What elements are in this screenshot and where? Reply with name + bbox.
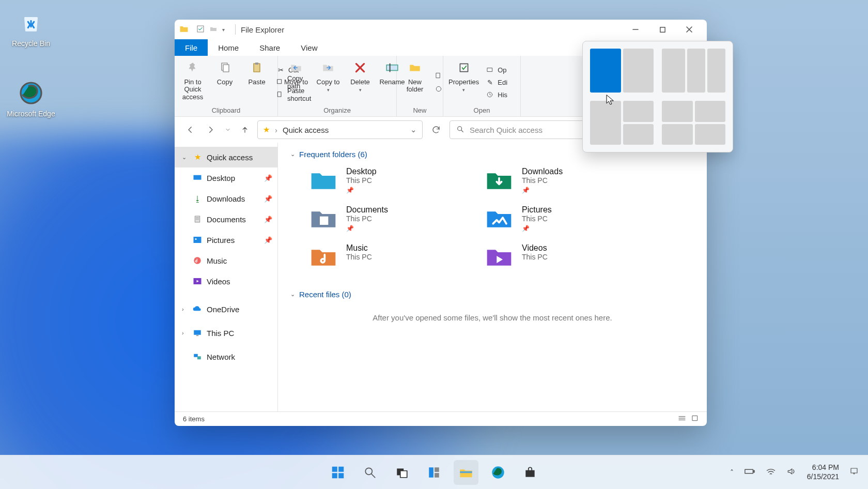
volume-icon[interactable] (786, 467, 797, 478)
close-button[interactable] (676, 20, 703, 39)
navpane-network[interactable]: Network (175, 346, 277, 367)
svg-rect-18 (460, 64, 468, 71)
folder-downloads[interactable]: DownloadsThis PC📌 (485, 167, 640, 196)
paste-icon (248, 59, 266, 77)
pin-icon: 📌 (264, 195, 272, 203)
qat-folder-icon[interactable] (209, 25, 218, 35)
search-icon (456, 125, 464, 135)
desktop-icon (192, 173, 203, 183)
move-to-button[interactable]: Move to▾ (283, 59, 309, 105)
new-folder-button[interactable]: New folder (402, 59, 428, 105)
svg-rect-40 (332, 466, 337, 471)
svg-rect-41 (338, 466, 344, 471)
start-button[interactable] (326, 460, 350, 485)
tab-file[interactable]: File (175, 39, 208, 56)
snap-layout-left-stack[interactable] (590, 101, 654, 145)
tab-home[interactable]: Home (208, 39, 249, 56)
svg-rect-48 (429, 467, 433, 478)
recent-empty-hint: After you've opened some files, we'll sh… (290, 313, 694, 322)
ribbon-group-clipboard: Clipboard (180, 105, 272, 115)
svg-point-29 (194, 257, 201, 264)
pin-icon: 📌 (346, 225, 388, 232)
section-recent[interactable]: ⌄Recent files (0) (290, 290, 694, 299)
navpane-music[interactable]: Music (175, 250, 277, 271)
tray-overflow-button[interactable]: ˄ (730, 468, 734, 477)
pin-to-quick-access-button[interactable]: Pin to Quick access (180, 59, 206, 105)
view-details-button[interactable] (678, 415, 686, 423)
history-button[interactable]: His (485, 89, 507, 100)
delete-button[interactable]: Delete▾ (347, 59, 373, 105)
maximize-button[interactable] (649, 20, 676, 39)
navpane-videos[interactable]: Videos (175, 271, 277, 292)
qat-checkbox-icon[interactable] (196, 25, 205, 35)
folder-documents[interactable]: DocumentsThis PC📌 (309, 205, 464, 234)
address-bar[interactable]: ★ › Quick access ⌄ (257, 120, 423, 139)
forward-button[interactable] (203, 121, 219, 138)
notifications-button[interactable] (849, 467, 859, 478)
view-large-icons-button[interactable] (691, 415, 699, 423)
desktop-icon-edge[interactable]: Microsoft Edge (6, 79, 56, 118)
videos-icon (192, 276, 203, 286)
snap-layout-50-50[interactable] (590, 49, 654, 93)
navpane-documents[interactable]: Documents📌 (175, 209, 277, 230)
folder-icon (309, 243, 338, 272)
navpane-onedrive[interactable]: ›OneDrive (175, 299, 277, 319)
back-button[interactable] (182, 121, 198, 138)
folder-videos[interactable]: VideosThis PC (485, 243, 640, 272)
open-button[interactable]: Op (485, 64, 507, 75)
folder-desktop[interactable]: DesktopThis PC📌 (309, 167, 464, 196)
svg-rect-31 (194, 330, 201, 335)
folder-icon (485, 167, 514, 196)
svg-rect-51 (460, 471, 472, 473)
clock-date[interactable]: 6:04 PM 6/15/2021 (807, 463, 839, 481)
battery-icon[interactable] (744, 468, 755, 477)
taskbar-edge[interactable] (486, 460, 510, 485)
tab-share[interactable]: Share (249, 39, 290, 56)
cloud-icon (192, 304, 203, 314)
folder-music[interactable]: MusicThis PC (309, 243, 464, 272)
navpane-this-pc[interactable]: ›This PC (175, 323, 277, 343)
navpane-downloads[interactable]: ⭳Downloads📌 (175, 188, 277, 209)
snap-layout-three-col[interactable] (662, 49, 725, 93)
ribbon-group-open: Open (448, 105, 515, 115)
svg-point-28 (195, 238, 197, 240)
search-placeholder: Search Quick access (470, 126, 542, 134)
widgets-button[interactable] (422, 460, 446, 485)
desktop-icon-recycle-bin[interactable]: Recycle Bin (6, 8, 56, 48)
new-item-button[interactable] (434, 70, 443, 81)
paste-button[interactable]: Paste (244, 59, 270, 105)
taskbar-store[interactable] (518, 460, 542, 485)
pictures-icon (192, 235, 203, 245)
svg-rect-35 (320, 217, 328, 225)
wifi-icon[interactable] (766, 467, 776, 477)
snap-layout-quad[interactable] (662, 101, 725, 145)
copy-icon (216, 59, 234, 77)
easy-access-button[interactable] (434, 83, 443, 95)
copy-to-button[interactable]: Copy to▾ (315, 59, 341, 105)
taskbar: ˄ 6:04 PM 6/15/2021 (0, 455, 868, 489)
svg-rect-43 (338, 473, 344, 478)
navpane-desktop[interactable]: Desktop📌 (175, 167, 277, 188)
navpane-pictures[interactable]: Pictures📌 (175, 230, 277, 250)
copy-button[interactable]: Copy (212, 59, 238, 105)
chevron-down-icon[interactable]: ⌄ (410, 125, 417, 134)
taskbar-file-explorer[interactable] (454, 460, 478, 485)
properties-button[interactable]: Properties▾ (448, 59, 479, 105)
navpane-quick-access[interactable]: ⌄★Quick access (175, 147, 277, 167)
task-view-button[interactable] (390, 460, 414, 485)
ribbon-group-new: New (402, 105, 438, 115)
content-pane: ⌄Frequent folders (6) DesktopThis PC📌 Do… (278, 143, 707, 411)
edit-button[interactable]: ✎Edi (485, 77, 507, 88)
network-icon (192, 352, 203, 362)
up-button[interactable] (237, 121, 253, 138)
taskbar-search-button[interactable] (358, 460, 382, 485)
qat-dd-icon[interactable]: ▾ (222, 27, 225, 33)
document-icon (192, 214, 203, 224)
svg-rect-49 (435, 467, 439, 472)
refresh-button[interactable] (427, 120, 445, 139)
recent-locations-button[interactable] (223, 121, 233, 138)
folder-pictures[interactable]: PicturesThis PC📌 (485, 205, 640, 234)
title-bar[interactable]: ▾ File Explorer (175, 20, 707, 39)
tab-view[interactable]: View (290, 39, 328, 56)
minimize-button[interactable] (622, 20, 649, 39)
